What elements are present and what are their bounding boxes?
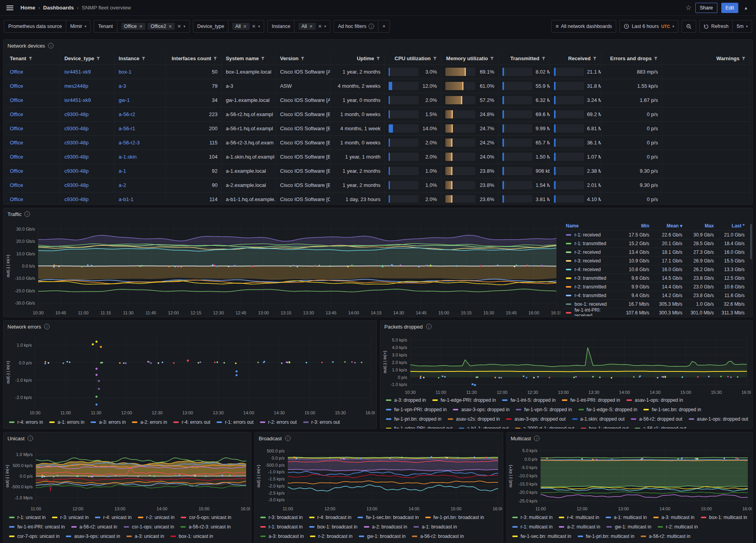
- clear-icon[interactable]: ✕: [252, 24, 256, 29]
- legend-item[interactable]: r-1: errors out: [217, 419, 254, 425]
- legend-item[interactable]: box-1: dropped out: [581, 426, 629, 428]
- clear-icon[interactable]: ✕: [177, 24, 181, 29]
- remove-icon[interactable]: ✕: [139, 24, 143, 29]
- broadcast-chart[interactable]: 500.0 p/s0.0 p/s-500.0 p/s-1.0 kp/s-1.5 …: [256, 444, 502, 512]
- legend-series-name[interactable]: r-1: transmitted: [563, 239, 621, 247]
- chevron-down-icon[interactable]: ▾: [324, 24, 326, 28]
- legend-item[interactable]: r-3: broadcast in: [260, 515, 303, 520]
- legend-item[interactable]: fw-1-edge-PRI: dropped out: [386, 426, 452, 428]
- legend-item[interactable]: a-56-r2: multicast in: [641, 534, 690, 539]
- zoom-out-button[interactable]: [682, 20, 696, 33]
- favorite-star-icon[interactable]: ☆: [686, 4, 691, 12]
- legend-item[interactable]: asav-1-ops: dropped out: [689, 416, 748, 422]
- legend-column-header[interactable]: Max: [685, 222, 716, 230]
- legend-item[interactable]: r-4: unicast in: [95, 515, 132, 520]
- column-header[interactable]: Transmitted: [498, 52, 550, 65]
- device-type-link[interactable]: c9300-48p: [64, 196, 88, 202]
- tenant-chip-office[interactable]: Office✕: [121, 23, 146, 30]
- legend-item[interactable]: r-2: broadcast in: [310, 534, 352, 539]
- tenant-link[interactable]: Office: [10, 154, 23, 160]
- device-type-link[interactable]: isr4451-xk9: [64, 69, 91, 75]
- legend-item[interactable]: asav-3-ops: dropped in: [453, 407, 510, 412]
- remove-icon[interactable]: ✕: [169, 24, 172, 29]
- legend-item[interactable]: a-56-r2: broadcast in: [412, 534, 464, 539]
- tenant-link[interactable]: Office: [10, 111, 23, 117]
- legend-item[interactable]: a-2: multicast in: [559, 524, 600, 530]
- instance-link[interactable]: a-56-r2: [119, 111, 135, 117]
- legend-item[interactable]: r-4: multicast in: [559, 515, 599, 520]
- legend-item[interactable]: r-1: unicast in: [9, 515, 46, 520]
- legend-item[interactable]: a-3: errors in: [91, 419, 126, 425]
- chevron-down-icon[interactable]: ▾: [183, 24, 185, 28]
- legend-item[interactable]: fw-1-sec.bn: multicast in: [512, 534, 571, 539]
- column-header[interactable]: Tenant: [6, 52, 60, 65]
- tenant-link[interactable]: Office: [10, 97, 23, 103]
- legend-item[interactable]: gw-1: broadcast in: [359, 534, 406, 539]
- legend-item[interactable]: a-3: unicast in: [126, 534, 164, 539]
- legend-item[interactable]: a-56-r2-3: unicast in: [180, 524, 231, 530]
- tenant-link[interactable]: Office: [10, 69, 23, 75]
- legend-item[interactable]: box-1: broadcast in: [309, 524, 358, 530]
- legend-item[interactable]: fw-1-pri.bn: dropped in: [386, 416, 441, 422]
- all-network-dashboards-button[interactable]: ≡ All network dashboards: [551, 20, 616, 33]
- menu-icon[interactable]: [6, 6, 13, 10]
- legend-series-name[interactable]: r-4: received: [563, 265, 621, 273]
- legend-item[interactable]: r-3: unicast in: [52, 515, 89, 520]
- instance-link[interactable]: a-3: [119, 83, 126, 89]
- device-type-link[interactable]: c9300-48p: [64, 182, 88, 188]
- legend-item[interactable]: csr-7-ops: unicast in: [9, 534, 59, 539]
- instance-link[interactable]: a-1.skin: [119, 154, 137, 160]
- legend-item[interactable]: fw-1-vpn-S: dropped in: [516, 407, 572, 412]
- legend-item[interactable]: fw-1-edge-S: dropped in: [578, 407, 637, 412]
- share-button[interactable]: Share: [695, 3, 717, 13]
- legend-item[interactable]: r-4: errors out: [173, 419, 210, 425]
- instance-link[interactable]: box-1: [119, 69, 132, 75]
- multicast-chart[interactable]: 5.0 kp/s0.0 p/s-5.0 kp/s-10.0 kp/s-15.0 …: [508, 444, 752, 512]
- legend-item[interactable]: a-56-r1: dropped out: [635, 426, 686, 428]
- instance-link[interactable]: gw-1: [119, 97, 130, 103]
- legend-item[interactable]: r-1: broadcast in: [260, 524, 303, 530]
- legend-column-header[interactable]: Min: [621, 222, 652, 230]
- column-header[interactable]: Instance: [115, 52, 166, 65]
- column-header[interactable]: Interfaces count: [166, 52, 222, 65]
- legend-item[interactable]: a-56-r2: dropped out: [631, 416, 682, 422]
- legend-series-name[interactable]: r-4: transmitted: [563, 291, 621, 299]
- instance-link[interactable]: a-56-r1: [119, 126, 135, 131]
- legend-item[interactable]: r-3: multicast in: [512, 515, 552, 520]
- legend-item[interactable]: a-3: multicast in: [653, 515, 695, 520]
- legend-item[interactable]: gw-1: multicast in: [606, 524, 651, 530]
- column-header[interactable]: CPU utilization: [385, 52, 441, 65]
- device-type-link[interactable]: c9300-48p: [64, 126, 88, 131]
- legend-item[interactable]: a-b1-1: dropped out: [459, 426, 508, 428]
- legend-item[interactable]: box-1: multicast in: [701, 515, 747, 520]
- breadcrumb-dashboards[interactable]: Dashboards: [43, 5, 74, 11]
- column-header[interactable]: Errors and drops: [601, 52, 662, 65]
- legend-scrollbar[interactable]: [750, 224, 752, 259]
- legend-item[interactable]: r-4: errors in: [9, 419, 43, 425]
- legend-item[interactable]: a-1: broadcast in: [413, 524, 457, 530]
- refresh-interval-select[interactable]: 5m▾: [732, 20, 752, 32]
- remove-icon[interactable]: ✕: [243, 24, 246, 29]
- chevron-down-icon[interactable]: ▾: [258, 24, 260, 28]
- refresh-button[interactable]: Refresh: [700, 20, 732, 32]
- column-header[interactable]: Memory utilizatio: [441, 52, 498, 65]
- clear-icon[interactable]: ✕: [318, 24, 322, 29]
- legend-item[interactable]: r-2: errors out: [260, 419, 297, 425]
- datasource-select[interactable]: Mimir▾: [66, 20, 90, 32]
- legend-item[interactable]: asav-1-ops: dropped in: [626, 397, 683, 403]
- legend-item[interactable]: a-2000-rt-1: dropped out: [515, 426, 574, 428]
- legend-item[interactable]: fw-1-pri.bn: multicast in: [578, 534, 634, 539]
- collapse-topbar-icon[interactable]: ▲: [742, 6, 750, 10]
- instance-link[interactable]: a-1: [119, 168, 126, 174]
- legend-item[interactable]: box-1: unicast in: [170, 534, 213, 539]
- instance-link[interactable]: a-56-r2-3: [119, 140, 139, 146]
- tenant-link[interactable]: Office: [10, 126, 23, 131]
- remove-icon[interactable]: ✕: [309, 24, 313, 29]
- network-errors-chart[interactable]: 1.0 kp/s0.0 p/s-1.0 kp/s-2.0 kp/s10:3011…: [5, 332, 375, 416]
- legend-item[interactable]: fw-1-edge-PRI: dropped in: [432, 397, 496, 403]
- instance-link[interactable]: a-b1-1: [119, 196, 133, 202]
- legend-item[interactable]: r-2: multicast in: [658, 524, 698, 530]
- legend-item[interactable]: fw-1-vpn-PRI: dropped in: [386, 407, 447, 412]
- legend-item[interactable]: csr-5-ops: unicast in: [181, 515, 231, 520]
- legend-item[interactable]: r-3: errors out: [303, 419, 340, 425]
